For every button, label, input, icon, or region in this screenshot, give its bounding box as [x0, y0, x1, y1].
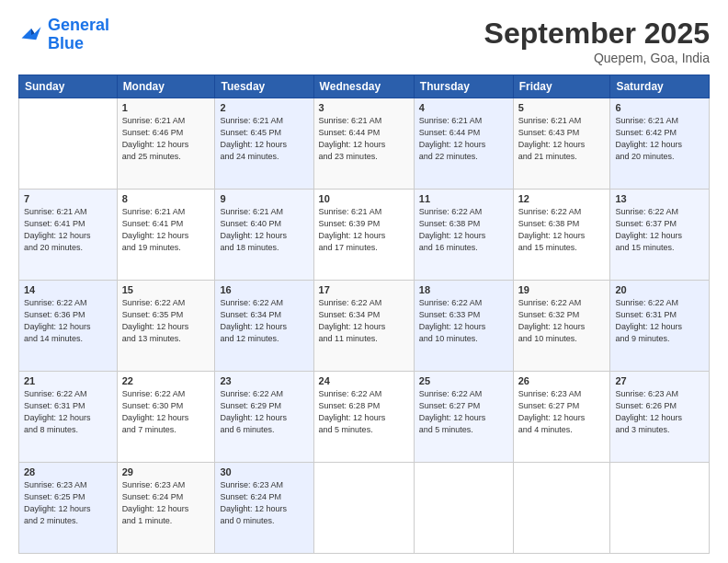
day-info: Sunrise: 6:21 AM Sunset: 6:41 PM Dayligh…: [24, 206, 112, 254]
day-info: Sunrise: 6:21 AM Sunset: 6:40 PM Dayligh…: [220, 206, 308, 254]
day-number: 29: [122, 466, 210, 477]
calendar-cell: 25Sunrise: 6:22 AM Sunset: 6:27 PM Dayli…: [414, 372, 513, 463]
day-number: 2: [220, 102, 308, 113]
calendar-cell: [313, 463, 414, 554]
header-monday: Monday: [117, 75, 215, 98]
day-info: Sunrise: 6:22 AM Sunset: 6:29 PM Dayligh…: [220, 388, 308, 436]
day-info: Sunrise: 6:22 AM Sunset: 6:37 PM Dayligh…: [615, 206, 704, 254]
calendar-cell: 13Sunrise: 6:22 AM Sunset: 6:37 PM Dayli…: [610, 190, 710, 281]
title-block: September 2025 Quepem, Goa, India: [484, 17, 710, 65]
header-thursday: Thursday: [414, 75, 513, 98]
day-info: Sunrise: 6:21 AM Sunset: 6:46 PM Dayligh…: [122, 115, 210, 163]
calendar-cell: 10Sunrise: 6:21 AM Sunset: 6:39 PM Dayli…: [313, 190, 414, 281]
day-number: 6: [615, 102, 704, 113]
day-info: Sunrise: 6:22 AM Sunset: 6:30 PM Dayligh…: [122, 388, 210, 436]
day-number: 26: [518, 375, 606, 386]
calendar-cell: 14Sunrise: 6:22 AM Sunset: 6:36 PM Dayli…: [19, 281, 118, 372]
logo-line1: General: [48, 16, 109, 34]
calendar-cell: 24Sunrise: 6:22 AM Sunset: 6:28 PM Dayli…: [313, 372, 414, 463]
calendar-week-3: 21Sunrise: 6:22 AM Sunset: 6:31 PM Dayli…: [19, 372, 710, 463]
day-number: 12: [518, 193, 606, 204]
calendar-cell: [610, 463, 710, 554]
calendar-cell: [414, 463, 513, 554]
calendar-cell: 8Sunrise: 6:21 AM Sunset: 6:41 PM Daylig…: [117, 190, 215, 281]
calendar-cell: 6Sunrise: 6:21 AM Sunset: 6:42 PM Daylig…: [610, 98, 710, 190]
day-info: Sunrise: 6:21 AM Sunset: 6:39 PM Dayligh…: [319, 206, 409, 254]
day-info: Sunrise: 6:22 AM Sunset: 6:28 PM Dayligh…: [319, 388, 409, 436]
calendar-cell: 1Sunrise: 6:21 AM Sunset: 6:46 PM Daylig…: [117, 98, 215, 190]
day-info: Sunrise: 6:22 AM Sunset: 6:33 PM Dayligh…: [419, 297, 508, 345]
day-info: Sunrise: 6:23 AM Sunset: 6:26 PM Dayligh…: [615, 388, 704, 436]
calendar-cell: 9Sunrise: 6:21 AM Sunset: 6:40 PM Daylig…: [215, 190, 313, 281]
calendar-cell: 5Sunrise: 6:21 AM Sunset: 6:43 PM Daylig…: [513, 98, 610, 190]
day-info: Sunrise: 6:21 AM Sunset: 6:44 PM Dayligh…: [319, 115, 409, 163]
day-number: 23: [220, 375, 308, 386]
day-number: 28: [24, 466, 112, 477]
day-info: Sunrise: 6:21 AM Sunset: 6:41 PM Dayligh…: [122, 206, 210, 254]
day-number: 3: [319, 102, 409, 113]
calendar-header-row: Sunday Monday Tuesday Wednesday Thursday…: [19, 75, 710, 98]
day-number: 5: [518, 102, 606, 113]
day-number: 30: [220, 466, 308, 477]
day-number: 9: [220, 193, 308, 204]
day-number: 8: [122, 193, 210, 204]
day-info: Sunrise: 6:22 AM Sunset: 6:34 PM Dayligh…: [220, 297, 308, 345]
day-info: Sunrise: 6:21 AM Sunset: 6:42 PM Dayligh…: [615, 115, 704, 163]
calendar-cell: 27Sunrise: 6:23 AM Sunset: 6:26 PM Dayli…: [610, 372, 710, 463]
calendar-cell: 16Sunrise: 6:22 AM Sunset: 6:34 PM Dayli…: [215, 281, 313, 372]
calendar-week-0: 1Sunrise: 6:21 AM Sunset: 6:46 PM Daylig…: [19, 98, 710, 190]
calendar-cell: 11Sunrise: 6:22 AM Sunset: 6:38 PM Dayli…: [414, 190, 513, 281]
day-info: Sunrise: 6:21 AM Sunset: 6:43 PM Dayligh…: [518, 115, 606, 163]
day-info: Sunrise: 6:22 AM Sunset: 6:31 PM Dayligh…: [615, 297, 704, 345]
day-number: 4: [419, 102, 508, 113]
day-number: 11: [419, 193, 508, 204]
header-tuesday: Tuesday: [215, 75, 313, 98]
calendar-week-1: 7Sunrise: 6:21 AM Sunset: 6:41 PM Daylig…: [19, 190, 710, 281]
calendar-cell: 4Sunrise: 6:21 AM Sunset: 6:44 PM Daylig…: [414, 98, 513, 190]
calendar-cell: 12Sunrise: 6:22 AM Sunset: 6:38 PM Dayli…: [513, 190, 610, 281]
page: General Blue September 2025 Quepem, Goa,…: [0, 0, 728, 563]
calendar-cell: [513, 463, 610, 554]
day-info: Sunrise: 6:22 AM Sunset: 6:36 PM Dayligh…: [24, 297, 112, 345]
calendar-week-4: 28Sunrise: 6:23 AM Sunset: 6:25 PM Dayli…: [19, 463, 710, 554]
header-saturday: Saturday: [610, 75, 710, 98]
day-info: Sunrise: 6:22 AM Sunset: 6:35 PM Dayligh…: [122, 297, 210, 345]
day-number: 24: [319, 375, 409, 386]
calendar-cell: 20Sunrise: 6:22 AM Sunset: 6:31 PM Dayli…: [610, 281, 710, 372]
day-info: Sunrise: 6:22 AM Sunset: 6:32 PM Dayligh…: [518, 297, 606, 345]
calendar-cell: 7Sunrise: 6:21 AM Sunset: 6:41 PM Daylig…: [19, 190, 118, 281]
day-number: 21: [24, 375, 112, 386]
day-info: Sunrise: 6:21 AM Sunset: 6:44 PM Dayligh…: [419, 115, 508, 163]
day-number: 19: [518, 284, 606, 295]
day-number: 1: [122, 102, 210, 113]
header-wednesday: Wednesday: [313, 75, 414, 98]
header-friday: Friday: [513, 75, 610, 98]
day-number: 20: [615, 284, 704, 295]
day-number: 15: [122, 284, 210, 295]
day-number: 17: [319, 284, 409, 295]
day-number: 16: [220, 284, 308, 295]
logo-icon: [18, 22, 44, 48]
day-number: 7: [24, 193, 112, 204]
day-info: Sunrise: 6:23 AM Sunset: 6:24 PM Dayligh…: [122, 479, 210, 527]
day-info: Sunrise: 6:22 AM Sunset: 6:27 PM Dayligh…: [419, 388, 508, 436]
location: Quepem, Goa, India: [484, 51, 710, 65]
day-info: Sunrise: 6:21 AM Sunset: 6:45 PM Dayligh…: [220, 115, 308, 163]
calendar-cell: [19, 98, 118, 190]
calendar-cell: 28Sunrise: 6:23 AM Sunset: 6:25 PM Dayli…: [19, 463, 118, 554]
calendar-cell: 21Sunrise: 6:22 AM Sunset: 6:31 PM Dayli…: [19, 372, 118, 463]
day-info: Sunrise: 6:22 AM Sunset: 6:34 PM Dayligh…: [319, 297, 409, 345]
calendar-cell: 23Sunrise: 6:22 AM Sunset: 6:29 PM Dayli…: [215, 372, 313, 463]
day-info: Sunrise: 6:23 AM Sunset: 6:25 PM Dayligh…: [24, 479, 112, 527]
logo-text: General Blue: [48, 17, 109, 53]
calendar-cell: 26Sunrise: 6:23 AM Sunset: 6:27 PM Dayli…: [513, 372, 610, 463]
day-info: Sunrise: 6:23 AM Sunset: 6:24 PM Dayligh…: [220, 479, 308, 527]
day-number: 10: [319, 193, 409, 204]
calendar-week-2: 14Sunrise: 6:22 AM Sunset: 6:36 PM Dayli…: [19, 281, 710, 372]
header-sunday: Sunday: [19, 75, 118, 98]
day-number: 25: [419, 375, 508, 386]
day-info: Sunrise: 6:23 AM Sunset: 6:27 PM Dayligh…: [518, 388, 606, 436]
day-info: Sunrise: 6:22 AM Sunset: 6:31 PM Dayligh…: [24, 388, 112, 436]
calendar-cell: 17Sunrise: 6:22 AM Sunset: 6:34 PM Dayli…: [313, 281, 414, 372]
calendar-cell: 3Sunrise: 6:21 AM Sunset: 6:44 PM Daylig…: [313, 98, 414, 190]
